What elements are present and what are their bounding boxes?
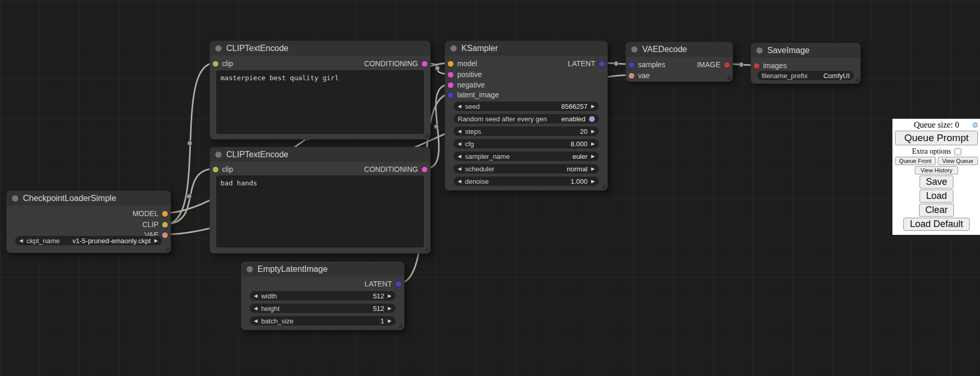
decrement-arrow-icon[interactable]: ◀	[458, 177, 461, 186]
input-slot-images: images	[754, 61, 787, 70]
node-vae-decode[interactable]: VAEDecode samples IMAGE vae	[626, 42, 733, 82]
sampler-name-widget[interactable]: ◀ sampler_name euler ▶	[454, 152, 599, 161]
clip-output-port[interactable]	[162, 222, 168, 228]
widget-label: sampler_name	[465, 153, 510, 160]
decrement-arrow-icon[interactable]: ◀	[254, 304, 258, 313]
resize-grip-icon[interactable]	[601, 184, 606, 189]
negative-prompt-textarea[interactable]: bad hands	[216, 176, 424, 247]
node-ksampler[interactable]: KSampler model LATENT positive negative …	[445, 41, 608, 191]
settings-gear-icon[interactable]: ⚙	[972, 120, 978, 130]
increment-arrow-icon[interactable]: ▶	[591, 102, 595, 111]
node-header[interactable]: KSampler	[445, 41, 607, 56]
negative-input-port[interactable]	[448, 82, 454, 88]
collapse-dot-icon[interactable]	[450, 45, 457, 52]
positive-prompt-textarea[interactable]: masterpiece best quality girl	[216, 70, 424, 134]
node-header[interactable]: CheckpointLoaderSimple	[7, 191, 170, 206]
node-header[interactable]: CLIPTextEncode	[210, 41, 430, 56]
increment-arrow-icon[interactable]: ▶	[591, 177, 595, 186]
model-input-port[interactable]	[448, 61, 454, 67]
positive-input-port[interactable]	[448, 72, 454, 78]
node-clip-text-encode-positive[interactable]: CLIPTextEncode clip CONDITIONING masterp…	[210, 41, 431, 140]
samples-input-port[interactable]	[629, 62, 634, 68]
node-clip-text-encode-negative[interactable]: CLIPTextEncode clip CONDITIONING bad han…	[210, 147, 431, 254]
resize-grip-icon[interactable]	[726, 75, 731, 80]
resize-grip-icon[interactable]	[424, 247, 428, 252]
toggle-on-indicator-icon[interactable]	[589, 116, 595, 122]
clip-input-port[interactable]	[213, 61, 218, 67]
input-slot-clip: clip	[213, 59, 233, 68]
slot-label: model	[457, 59, 477, 68]
scheduler-widget[interactable]: ◀ scheduler normal ▶	[454, 164, 599, 173]
view-history-button[interactable]: View History	[915, 166, 958, 174]
load-button[interactable]: Load	[920, 190, 953, 203]
resize-grip-icon[interactable]	[424, 133, 428, 137]
extra-options-checkbox[interactable]	[954, 148, 961, 155]
widget-value: v1-5-pruned-emaonly.ckpt	[72, 237, 151, 245]
seed-widget[interactable]: ◀ seed 8566257 ▶	[454, 102, 599, 111]
increment-arrow-icon[interactable]: ▶	[388, 316, 391, 325]
load-default-button[interactable]: Load Default	[903, 218, 969, 231]
collapse-dot-icon[interactable]	[215, 45, 222, 52]
latent-output-port[interactable]	[599, 61, 605, 67]
node-header[interactable]: SaveImage	[751, 43, 860, 58]
batch-size-widget[interactable]: ◀ batch_size 1 ▶	[250, 316, 396, 325]
save-button[interactable]: Save	[920, 176, 953, 189]
queue-prompt-button[interactable]: Queue Prompt	[895, 131, 978, 145]
decrement-arrow-icon[interactable]: ◀	[458, 152, 461, 161]
decrement-arrow-icon[interactable]: ◀	[254, 291, 258, 300]
collapse-dot-icon[interactable]	[247, 266, 253, 272]
model-output-port[interactable]	[162, 211, 168, 217]
collapse-dot-icon[interactable]	[215, 152, 222, 158]
resize-grip-icon[interactable]	[854, 77, 859, 82]
decrement-arrow-icon[interactable]: ◀	[458, 127, 461, 136]
images-input-port[interactable]	[754, 63, 760, 69]
decrement-arrow-icon[interactable]: ◀	[19, 236, 23, 245]
queue-size-row: Queue size: 0 ⚙	[892, 120, 980, 130]
resize-grip-icon[interactable]	[398, 323, 402, 328]
increment-arrow-icon[interactable]: ▶	[591, 139, 595, 148]
view-queue-button[interactable]: View Queue	[938, 157, 978, 165]
cfg-widget[interactable]: ◀ cfg 8.000 ▶	[454, 139, 599, 148]
node-header[interactable]: VAEDecode	[626, 42, 732, 57]
collapse-dot-icon[interactable]	[756, 47, 763, 54]
increment-arrow-icon[interactable]: ▶	[591, 152, 595, 161]
height-widget[interactable]: ◀ height 512 ▶	[250, 304, 396, 313]
node-checkpoint-loader[interactable]: CheckpointLoaderSimple MODEL CLIP VAE ◀ …	[6, 191, 171, 253]
conditioning-output-port[interactable]	[422, 61, 427, 67]
decrement-arrow-icon[interactable]: ◀	[458, 139, 461, 148]
increment-arrow-icon[interactable]: ▶	[591, 127, 595, 136]
decrement-arrow-icon[interactable]: ◀	[458, 164, 461, 173]
collapse-dot-icon[interactable]	[12, 195, 18, 202]
clear-button[interactable]: Clear	[919, 204, 954, 217]
random-seed-toggle-widget[interactable]: Random seed after every gen enabled	[454, 114, 599, 123]
node-save-image[interactable]: SaveImage images filename_prefix ComfyUI	[751, 43, 861, 84]
slot-label: LATENT	[568, 59, 595, 68]
increment-arrow-icon[interactable]: ▶	[591, 164, 595, 173]
filename-prefix-widget[interactable]: filename_prefix ComfyUI	[757, 71, 854, 80]
steps-widget[interactable]: ◀ steps 20 ▶	[454, 127, 599, 136]
width-widget[interactable]: ◀ width 512 ▶	[250, 291, 396, 300]
clip-input-port[interactable]	[213, 167, 218, 172]
latent-image-input-port[interactable]	[448, 92, 454, 98]
increment-arrow-icon[interactable]: ▶	[154, 236, 158, 245]
node-header[interactable]: EmptyLatentImage	[241, 262, 404, 277]
decrement-arrow-icon[interactable]: ◀	[458, 102, 461, 111]
vae-input-port[interactable]	[629, 73, 634, 79]
collapse-dot-icon[interactable]	[631, 46, 638, 53]
vae-output-port[interactable]	[162, 232, 168, 238]
increment-arrow-icon[interactable]: ▶	[388, 304, 391, 313]
image-output-port[interactable]	[724, 62, 730, 68]
queue-front-button[interactable]: Queue Front	[895, 157, 936, 165]
ckpt-name-widget[interactable]: ◀ ckpt_name v1-5-pruned-emaonly.ckpt ▶	[15, 236, 162, 245]
conditioning-output-port[interactable]	[422, 167, 427, 172]
latent-output-port[interactable]	[396, 281, 401, 287]
denoise-widget[interactable]: ◀ denoise 1.000 ▶	[454, 177, 599, 186]
node-graph-canvas[interactable]: CheckpointLoaderSimple MODEL CLIP VAE ◀ …	[0, 0, 980, 376]
decrement-arrow-icon[interactable]: ◀	[254, 316, 258, 325]
slot-label: MODEL	[132, 209, 158, 218]
output-slot-latent: LATENT	[568, 59, 605, 68]
node-empty-latent-image[interactable]: EmptyLatentImage LATENT ◀ width 512 ▶ ◀ …	[241, 261, 405, 330]
increment-arrow-icon[interactable]: ▶	[388, 291, 391, 300]
node-header[interactable]: CLIPTextEncode	[210, 147, 430, 162]
resize-grip-icon[interactable]	[164, 246, 169, 251]
